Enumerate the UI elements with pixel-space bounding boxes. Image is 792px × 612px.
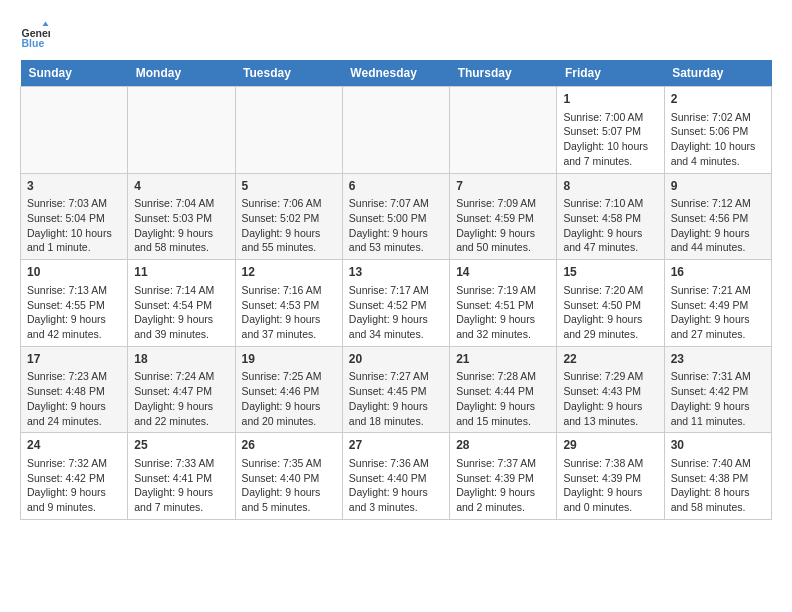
calendar-day-17: 17Sunrise: 7:23 AMSunset: 4:48 PMDayligh… bbox=[21, 346, 128, 433]
day-header-wednesday: Wednesday bbox=[342, 60, 449, 87]
calendar-day-27: 27Sunrise: 7:36 AMSunset: 4:40 PMDayligh… bbox=[342, 433, 449, 520]
day-info: Sunrise: 7:28 AM bbox=[456, 369, 550, 384]
day-info: Sunrise: 7:14 AM bbox=[134, 283, 228, 298]
day-info: Sunset: 4:41 PM bbox=[134, 471, 228, 486]
calendar-week-3: 10Sunrise: 7:13 AMSunset: 4:55 PMDayligh… bbox=[21, 260, 772, 347]
day-info: Sunset: 4:38 PM bbox=[671, 471, 765, 486]
calendar-day-10: 10Sunrise: 7:13 AMSunset: 4:55 PMDayligh… bbox=[21, 260, 128, 347]
day-info: Daylight: 9 hours and 27 minutes. bbox=[671, 312, 765, 341]
day-number: 2 bbox=[671, 91, 765, 108]
day-info: Sunset: 4:55 PM bbox=[27, 298, 121, 313]
day-info: Sunset: 4:52 PM bbox=[349, 298, 443, 313]
calendar-week-1: 1Sunrise: 7:00 AMSunset: 5:07 PMDaylight… bbox=[21, 87, 772, 174]
day-number: 30 bbox=[671, 437, 765, 454]
page-header: General Blue bbox=[20, 20, 772, 50]
day-info: Sunset: 4:39 PM bbox=[563, 471, 657, 486]
calendar-table: SundayMondayTuesdayWednesdayThursdayFrid… bbox=[20, 60, 772, 520]
calendar-day-2: 2Sunrise: 7:02 AMSunset: 5:06 PMDaylight… bbox=[664, 87, 771, 174]
day-number: 26 bbox=[242, 437, 336, 454]
day-info: Sunrise: 7:20 AM bbox=[563, 283, 657, 298]
day-number: 28 bbox=[456, 437, 550, 454]
day-number: 20 bbox=[349, 351, 443, 368]
day-info: Sunrise: 7:37 AM bbox=[456, 456, 550, 471]
day-info: Sunset: 4:46 PM bbox=[242, 384, 336, 399]
day-info: Sunrise: 7:29 AM bbox=[563, 369, 657, 384]
calendar-day-13: 13Sunrise: 7:17 AMSunset: 4:52 PMDayligh… bbox=[342, 260, 449, 347]
day-info: Daylight: 9 hours and 13 minutes. bbox=[563, 399, 657, 428]
day-info: Sunrise: 7:16 AM bbox=[242, 283, 336, 298]
day-info: Sunset: 4:44 PM bbox=[456, 384, 550, 399]
day-info: Daylight: 9 hours and 18 minutes. bbox=[349, 399, 443, 428]
calendar-day-14: 14Sunrise: 7:19 AMSunset: 4:51 PMDayligh… bbox=[450, 260, 557, 347]
calendar-day-24: 24Sunrise: 7:32 AMSunset: 4:42 PMDayligh… bbox=[21, 433, 128, 520]
day-info: Sunrise: 7:13 AM bbox=[27, 283, 121, 298]
day-number: 15 bbox=[563, 264, 657, 281]
day-info: Sunrise: 7:17 AM bbox=[349, 283, 443, 298]
calendar-empty bbox=[128, 87, 235, 174]
day-info: Sunset: 5:03 PM bbox=[134, 211, 228, 226]
day-info: Sunset: 4:39 PM bbox=[456, 471, 550, 486]
calendar-day-25: 25Sunrise: 7:33 AMSunset: 4:41 PMDayligh… bbox=[128, 433, 235, 520]
day-info: Daylight: 9 hours and 20 minutes. bbox=[242, 399, 336, 428]
day-info: Daylight: 9 hours and 37 minutes. bbox=[242, 312, 336, 341]
day-info: Sunrise: 7:24 AM bbox=[134, 369, 228, 384]
day-number: 18 bbox=[134, 351, 228, 368]
calendar-empty bbox=[450, 87, 557, 174]
day-number: 9 bbox=[671, 178, 765, 195]
day-info: Sunset: 4:50 PM bbox=[563, 298, 657, 313]
calendar-day-11: 11Sunrise: 7:14 AMSunset: 4:54 PMDayligh… bbox=[128, 260, 235, 347]
day-info: Sunset: 4:48 PM bbox=[27, 384, 121, 399]
day-info: Sunset: 4:53 PM bbox=[242, 298, 336, 313]
day-info: Sunset: 4:54 PM bbox=[134, 298, 228, 313]
calendar-empty bbox=[342, 87, 449, 174]
day-info: Daylight: 9 hours and 15 minutes. bbox=[456, 399, 550, 428]
day-info: Sunset: 4:47 PM bbox=[134, 384, 228, 399]
day-info: Sunrise: 7:10 AM bbox=[563, 196, 657, 211]
day-number: 24 bbox=[27, 437, 121, 454]
day-info: Daylight: 9 hours and 50 minutes. bbox=[456, 226, 550, 255]
day-info: Daylight: 9 hours and 34 minutes. bbox=[349, 312, 443, 341]
day-info: Sunrise: 7:02 AM bbox=[671, 110, 765, 125]
day-info: Daylight: 9 hours and 47 minutes. bbox=[563, 226, 657, 255]
calendar-day-7: 7Sunrise: 7:09 AMSunset: 4:59 PMDaylight… bbox=[450, 173, 557, 260]
day-info: Sunset: 4:56 PM bbox=[671, 211, 765, 226]
day-info: Sunset: 5:06 PM bbox=[671, 124, 765, 139]
day-info: Sunset: 4:40 PM bbox=[242, 471, 336, 486]
day-number: 21 bbox=[456, 351, 550, 368]
day-number: 5 bbox=[242, 178, 336, 195]
day-number: 29 bbox=[563, 437, 657, 454]
day-info: Sunrise: 7:35 AM bbox=[242, 456, 336, 471]
calendar-week-2: 3Sunrise: 7:03 AMSunset: 5:04 PMDaylight… bbox=[21, 173, 772, 260]
calendar-body: 1Sunrise: 7:00 AMSunset: 5:07 PMDaylight… bbox=[21, 87, 772, 520]
day-info: Sunset: 4:58 PM bbox=[563, 211, 657, 226]
day-info: Sunrise: 7:36 AM bbox=[349, 456, 443, 471]
day-info: Sunrise: 7:23 AM bbox=[27, 369, 121, 384]
day-info: Daylight: 10 hours and 7 minutes. bbox=[563, 139, 657, 168]
day-info: Sunset: 5:07 PM bbox=[563, 124, 657, 139]
day-number: 4 bbox=[134, 178, 228, 195]
calendar-day-21: 21Sunrise: 7:28 AMSunset: 4:44 PMDayligh… bbox=[450, 346, 557, 433]
day-info: Daylight: 9 hours and 22 minutes. bbox=[134, 399, 228, 428]
day-info: Sunrise: 7:00 AM bbox=[563, 110, 657, 125]
day-info: Sunrise: 7:38 AM bbox=[563, 456, 657, 471]
day-info: Daylight: 10 hours and 1 minute. bbox=[27, 226, 121, 255]
day-info: Daylight: 9 hours and 58 minutes. bbox=[134, 226, 228, 255]
day-info: Daylight: 9 hours and 44 minutes. bbox=[671, 226, 765, 255]
day-info: Daylight: 9 hours and 55 minutes. bbox=[242, 226, 336, 255]
calendar-day-8: 8Sunrise: 7:10 AMSunset: 4:58 PMDaylight… bbox=[557, 173, 664, 260]
day-info: Sunset: 4:40 PM bbox=[349, 471, 443, 486]
day-info: Sunrise: 7:33 AM bbox=[134, 456, 228, 471]
day-number: 1 bbox=[563, 91, 657, 108]
day-header-sunday: Sunday bbox=[21, 60, 128, 87]
calendar-day-19: 19Sunrise: 7:25 AMSunset: 4:46 PMDayligh… bbox=[235, 346, 342, 433]
day-info: Sunset: 5:04 PM bbox=[27, 211, 121, 226]
day-info: Daylight: 8 hours and 58 minutes. bbox=[671, 485, 765, 514]
day-number: 7 bbox=[456, 178, 550, 195]
day-info: Daylight: 9 hours and 32 minutes. bbox=[456, 312, 550, 341]
day-info: Daylight: 9 hours and 11 minutes. bbox=[671, 399, 765, 428]
calendar-day-15: 15Sunrise: 7:20 AMSunset: 4:50 PMDayligh… bbox=[557, 260, 664, 347]
calendar-day-16: 16Sunrise: 7:21 AMSunset: 4:49 PMDayligh… bbox=[664, 260, 771, 347]
calendar-week-5: 24Sunrise: 7:32 AMSunset: 4:42 PMDayligh… bbox=[21, 433, 772, 520]
calendar-day-20: 20Sunrise: 7:27 AMSunset: 4:45 PMDayligh… bbox=[342, 346, 449, 433]
day-info: Daylight: 9 hours and 53 minutes. bbox=[349, 226, 443, 255]
